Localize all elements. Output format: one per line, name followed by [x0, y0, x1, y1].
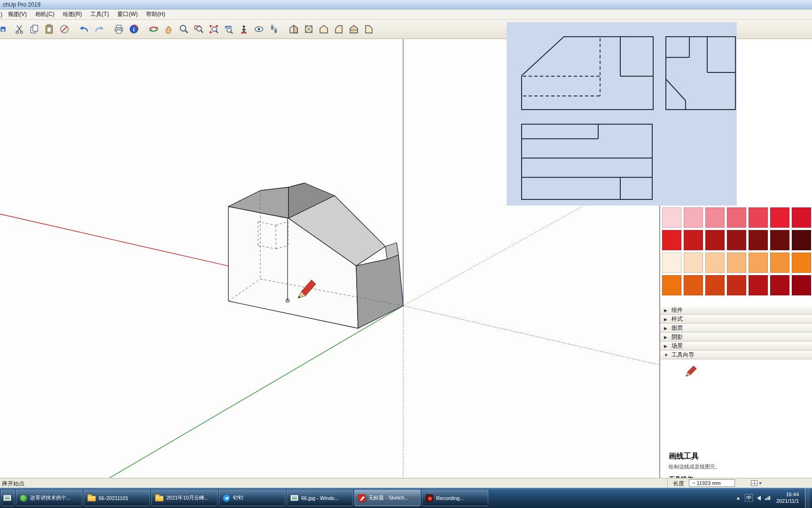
left-view-icon[interactable]: [362, 22, 375, 36]
tray-section-3[interactable]: ▶阴影: [660, 333, 812, 341]
color-swatch[interactable]: [770, 275, 789, 295]
tray-expand-icon[interactable]: ▲: [736, 495, 741, 500]
position-camera-icon[interactable]: [237, 22, 250, 36]
cut-icon[interactable]: [12, 22, 26, 36]
color-swatch[interactable]: [770, 230, 789, 250]
taskbar-clock[interactable]: 16:44 2021/11/1: [776, 492, 799, 505]
color-swatch[interactable]: [749, 207, 768, 228]
taskbar-items: 达哥讲技术的个...66-202111012021年10月云峰...钉钉66.j…: [16, 490, 488, 506]
print-icon[interactable]: [112, 22, 125, 36]
menu-item[interactable]: 帮助(H): [142, 9, 170, 20]
color-swatch[interactable]: [705, 253, 725, 273]
windows-taskbar: 达哥讲技术的个...66-202111012021年10月云峰...钉钉66.j…: [0, 488, 812, 508]
palette-row: [662, 253, 811, 273]
taskbar-item[interactable]: 钉钉: [219, 490, 285, 506]
taskbar-item[interactable]: 无标题 - Sketch...: [354, 490, 421, 506]
menu-item[interactable]: 工具(T): [86, 9, 113, 20]
model-3d-block[interactable]: [228, 183, 403, 328]
color-swatch[interactable]: [727, 230, 746, 250]
tray-section-label: 组件: [671, 306, 683, 314]
taskbar-item[interactable]: 66.jpg - Windo...: [287, 490, 353, 506]
color-swatch[interactable]: [662, 253, 681, 273]
tray-section-4[interactable]: ▶场景: [660, 341, 812, 350]
taskbar-item[interactable]: Recording...: [422, 490, 488, 506]
network-icon[interactable]: [765, 496, 770, 500]
svg-text:i: i: [133, 26, 134, 33]
right-view-icon[interactable]: [332, 22, 345, 36]
back-view-icon[interactable]: [347, 22, 360, 36]
tray-section-1[interactable]: ▶样式: [660, 315, 812, 324]
color-swatch[interactable]: [792, 275, 811, 295]
tray-section-label: 场景: [671, 342, 683, 350]
input-language-icon[interactable]: 中: [745, 494, 753, 502]
menu-item[interactable]: 视图(V): [4, 9, 31, 20]
look-around-icon[interactable]: [252, 22, 265, 36]
color-swatch[interactable]: [770, 253, 789, 273]
color-swatch[interactable]: [684, 207, 703, 228]
caret-down-icon: ▼: [758, 481, 762, 485]
model-info-icon[interactable]: i: [127, 22, 141, 36]
tray-section-0[interactable]: ▶组件: [660, 306, 812, 315]
color-swatch[interactable]: [727, 207, 746, 228]
color-swatch[interactable]: [792, 230, 811, 250]
orbit-icon[interactable]: [147, 22, 160, 36]
paste-icon[interactable]: [42, 22, 56, 36]
color-swatch[interactable]: [705, 207, 725, 228]
color-swatch[interactable]: [792, 253, 811, 273]
front-view-icon[interactable]: [317, 22, 330, 36]
color-swatch[interactable]: [684, 275, 703, 295]
color-swatch[interactable]: [749, 230, 768, 250]
color-swatch[interactable]: [705, 275, 725, 295]
taskbar-item-label: 无标题 - Sketch...: [368, 494, 409, 501]
zoom-extents-icon[interactable]: [207, 22, 220, 36]
pencil-tool-icon: [686, 365, 698, 379]
triangle-right-icon: ▶: [664, 308, 669, 313]
ortho-front-view: [522, 37, 653, 110]
triangle-right-icon: ▶: [664, 317, 669, 322]
taskbar-item[interactable]: 2021年10月云峰...: [151, 490, 218, 506]
color-swatch[interactable]: [684, 230, 703, 250]
color-swatch[interactable]: [749, 253, 768, 273]
tray-section-5[interactable]: ▼工具向导: [660, 350, 812, 359]
redo-icon[interactable]: [92, 22, 106, 36]
top-view-icon[interactable]: [302, 22, 315, 36]
volume-icon[interactable]: [757, 496, 761, 500]
delete-icon[interactable]: [57, 22, 71, 36]
green-axis-solid: [109, 306, 403, 478]
red-axis-dotted: [403, 306, 660, 365]
taskbar-item[interactable]: 达哥讲技术的个...: [16, 490, 82, 506]
zoom-icon[interactable]: [177, 22, 190, 36]
color-swatch[interactable]: [749, 275, 768, 295]
copy-icon[interactable]: [27, 22, 41, 36]
show-desktop-button[interactable]: [805, 488, 810, 508]
model-right-face[interactable]: [356, 255, 403, 328]
color-swatch[interactable]: [684, 253, 703, 273]
window-title: chUp Pro 2019: [3, 1, 40, 8]
save-icon-partial[interactable]: [0, 22, 6, 36]
menu-item[interactable]: 相机(C): [31, 9, 59, 20]
menu-fragment: ): [0, 11, 4, 18]
measurement-input[interactable]: ~ 11923 mm: [689, 479, 735, 487]
color-swatch[interactable]: [705, 230, 725, 250]
color-swatch[interactable]: [770, 207, 789, 228]
previous-view-icon[interactable]: [222, 22, 235, 36]
pan-icon[interactable]: [162, 22, 175, 36]
taskbar-item-partial[interactable]: [1, 490, 15, 506]
menu-item[interactable]: 窗口(W): [113, 9, 142, 20]
color-swatch[interactable]: [727, 253, 746, 273]
zoom-window-icon[interactable]: [192, 22, 205, 36]
walk-icon[interactable]: [267, 22, 281, 36]
color-swatch[interactable]: [792, 207, 811, 228]
undo-icon[interactable]: [77, 22, 91, 36]
menu-item[interactable]: 绘图(R): [59, 9, 86, 20]
measurement-grid-icon[interactable]: ▼: [751, 480, 765, 486]
color-swatch[interactable]: [662, 207, 681, 228]
color-swatch[interactable]: [662, 230, 681, 250]
instructor-text: 画线工具 绘制边线或直线图元。 工具操作: [669, 452, 805, 478]
color-swatch[interactable]: [662, 275, 681, 295]
iso-view-icon[interactable]: [287, 22, 300, 36]
color-swatch[interactable]: [727, 275, 746, 295]
status-hint: 择开始点: [2, 480, 24, 488]
tray-section-2[interactable]: ▶图层: [660, 324, 812, 333]
taskbar-item[interactable]: 66-20211101: [84, 490, 150, 506]
